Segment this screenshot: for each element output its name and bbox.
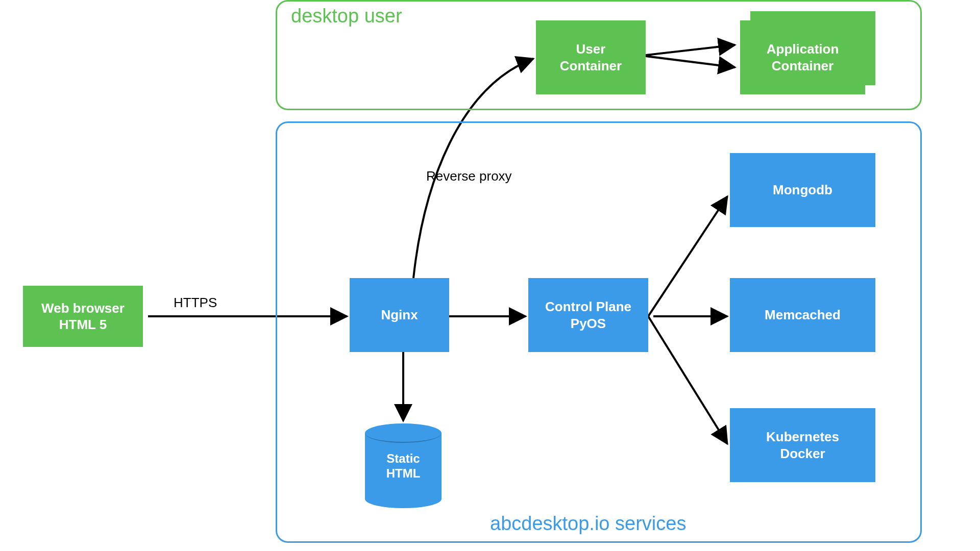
- node-mongodb: Mongodb: [730, 153, 875, 227]
- node-k8s-docker: Kubernetes Docker: [730, 408, 875, 482]
- node-control-plane: Control Plane PyOS: [528, 278, 648, 352]
- architecture-diagram: desktop user abcdesktop.io services Web …: [0, 0, 980, 551]
- node-nginx: Nginx: [350, 278, 449, 352]
- node-memcached: Memcached: [730, 278, 875, 352]
- node-static-html-label: Static HTML: [365, 452, 442, 481]
- node-web-browser: Web browser HTML 5: [23, 286, 143, 347]
- node-user-container: User Container: [536, 20, 646, 94]
- edge-label-https: HTTPS: [174, 295, 217, 311]
- node-app-container: Application Container: [740, 20, 865, 94]
- group-desktop-user-title: desktop user: [291, 5, 402, 27]
- group-services-title: abcdesktop.io services: [490, 513, 686, 535]
- edge-label-reverse-proxy: Reverse proxy: [426, 168, 512, 184]
